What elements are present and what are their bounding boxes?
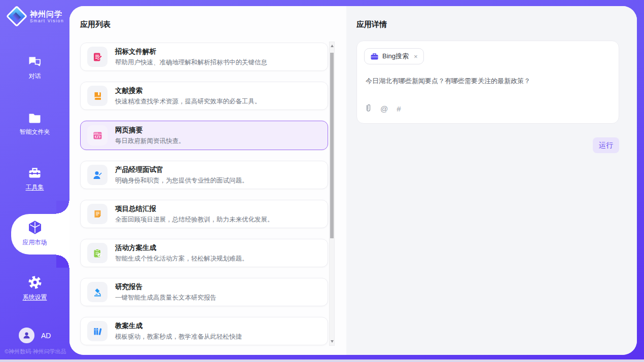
- app-desc: 明确身份和职责，为您提供专业性的面试问题。: [115, 176, 248, 185]
- app-card-research-report[interactable]: 研究报告 一键智能生成高质量长文本研究报告: [80, 278, 328, 306]
- memo-icon: [87, 204, 108, 224]
- close-icon[interactable]: ×: [414, 53, 418, 60]
- app-desc: 模板驱动，教案秒成，教学准备从此轻松快捷: [115, 333, 242, 341]
- sidebar-item-chat[interactable]: 对话: [0, 56, 69, 81]
- brand-logo-icon: [8, 8, 25, 25]
- sidebar-item-app-market[interactable]: 应用市场: [0, 220, 69, 247]
- app-list-scrollbar[interactable]: [329, 42, 335, 346]
- doc-edit-icon: [87, 47, 108, 67]
- app-desc: 全面回顾项目进展，总结经验教训，助力未来优化发展。: [115, 215, 274, 224]
- attachment-icon[interactable]: [365, 103, 372, 114]
- briefcase-icon: [370, 52, 379, 60]
- app-card-literature-search[interactable]: 文献搜索 快速精准查找学术资源，提高研究效率的必备工具。: [80, 82, 328, 110]
- book-icon: [87, 86, 108, 106]
- scroll-up-icon[interactable]: [331, 45, 334, 47]
- active-tab-curve-bottom: [56, 255, 69, 268]
- copyright-text: ©神州数码·神州问学出品: [5, 348, 70, 355]
- prompt-card: Bing搜索 × 今日湖北有哪些新闻要点？有哪些需要关注的最新政策？ @ #: [356, 41, 619, 124]
- cube-icon: [0, 220, 69, 235]
- sidebar-item-label: 应用市场: [0, 238, 69, 247]
- bottom-edge-strip: [0, 359, 644, 362]
- prompt-toolbar: @ #: [365, 103, 401, 114]
- main-content: 应用列表 招标文件解析 帮助用户快速、准确地理解和解析招标书中的关键信息: [69, 6, 637, 355]
- app-name: 网页摘要: [115, 126, 185, 135]
- app-detail-panel: 应用详情 Bing搜索 × 今日湖北有哪些新闻要点？有哪些需要关注的最新政策？: [346, 6, 637, 355]
- app-name: 项目总结汇报: [115, 204, 274, 213]
- research-icon: [87, 282, 108, 302]
- chat-icon: [0, 56, 69, 68]
- app-detail-title: 应用详情: [356, 20, 387, 29]
- sidebar-item-toolset[interactable]: 工具集: [0, 167, 69, 192]
- app-name: 产品经理面试官: [115, 165, 248, 174]
- active-tab-curve-top: [56, 201, 69, 214]
- user-account[interactable]: AD: [19, 328, 51, 343]
- brand-logo: 神州问学 Smart Vision: [8, 8, 64, 25]
- user-initials: AD: [41, 332, 51, 340]
- books-icon: [87, 321, 108, 341]
- interviewer-icon: [87, 165, 108, 185]
- app-desc: 每日政府新闻资讯快查。: [115, 137, 185, 146]
- app-desc: 智能生成个性化活动方案，轻松解决规划难题。: [115, 255, 248, 263]
- folder-icon: [0, 112, 69, 124]
- mention-icon[interactable]: @: [380, 104, 388, 113]
- sidebar: 神州问学 Smart Vision 对话 智能文件夹: [0, 0, 69, 362]
- sidebar-item-label: 工具集: [0, 183, 69, 192]
- app-card-event-plan[interactable]: 活动方案生成 智能生成个性化活动方案，轻松解决规划难题。: [80, 239, 328, 267]
- app-name: 活动方案生成: [115, 243, 248, 252]
- run-button[interactable]: 运行: [593, 137, 619, 153]
- sidebar-item-label: 系统设置: [0, 293, 69, 302]
- app-name: 教案生成: [115, 321, 242, 331]
- web-code-icon: [87, 125, 108, 146]
- app-card-lesson-plan[interactable]: 教案生成 模板驱动，教案秒成，教学准备从此轻松快捷: [80, 317, 328, 345]
- tool-tag-label: Bing搜索: [382, 52, 409, 61]
- sidebar-item-smart-folder[interactable]: 智能文件夹: [0, 112, 69, 136]
- scrollbar-thumb[interactable]: [330, 53, 334, 238]
- app-desc: 快速精准查找学术资源，提高研究效率的必备工具。: [115, 97, 261, 106]
- app-name: 招标文件解析: [115, 47, 267, 56]
- gear-icon: [0, 275, 69, 289]
- app-desc: 一键智能生成高质量长文本研究报告: [115, 294, 217, 302]
- app-card-project-summary[interactable]: 项目总结汇报 全面回顾项目进展，总结经验教训，助力未来优化发展。: [80, 200, 328, 228]
- brand-name: 神州问学: [30, 10, 64, 18]
- hash-icon[interactable]: #: [397, 104, 401, 113]
- person-icon: [22, 331, 31, 340]
- tool-tag-bing-search[interactable]: Bing搜索 ×: [364, 48, 424, 64]
- app-name: 研究报告: [115, 282, 217, 292]
- app-card-pm-interviewer[interactable]: 产品经理面试官 明确身份和职责，为您提供专业性的面试问题。: [80, 161, 328, 189]
- prompt-input[interactable]: 今日湖北有哪些新闻要点？有哪些需要关注的最新政策？: [366, 77, 611, 86]
- clipboard-check-icon: [87, 243, 108, 263]
- sidebar-item-settings[interactable]: 系统设置: [0, 275, 69, 302]
- sidebar-item-label: 智能文件夹: [0, 128, 69, 136]
- brand-tagline: Smart Vision: [30, 18, 64, 23]
- app-list-title: 应用列表: [80, 20, 111, 29]
- avatar: [19, 328, 34, 343]
- sidebar-item-label: 对话: [0, 72, 69, 81]
- app-card-web-summary[interactable]: 网页摘要 每日政府新闻资讯快查。: [80, 121, 328, 150]
- toolbox-icon: [0, 167, 69, 179]
- app-name: 文献搜索: [115, 86, 261, 95]
- app-list-panel: 应用列表 招标文件解析 帮助用户快速、准确地理解和解析招标书中的关键信息: [69, 6, 346, 355]
- app-desc: 帮助用户快速、准确地理解和解析招标书中的关键信息: [115, 58, 267, 67]
- app-card-bid-doc-parse[interactable]: 招标文件解析 帮助用户快速、准确地理解和解析招标书中的关键信息: [80, 43, 328, 71]
- app-cards: 招标文件解析 帮助用户快速、准确地理解和解析招标书中的关键信息 文献搜索 快速精…: [80, 43, 328, 355]
- scroll-down-icon[interactable]: [331, 340, 334, 343]
